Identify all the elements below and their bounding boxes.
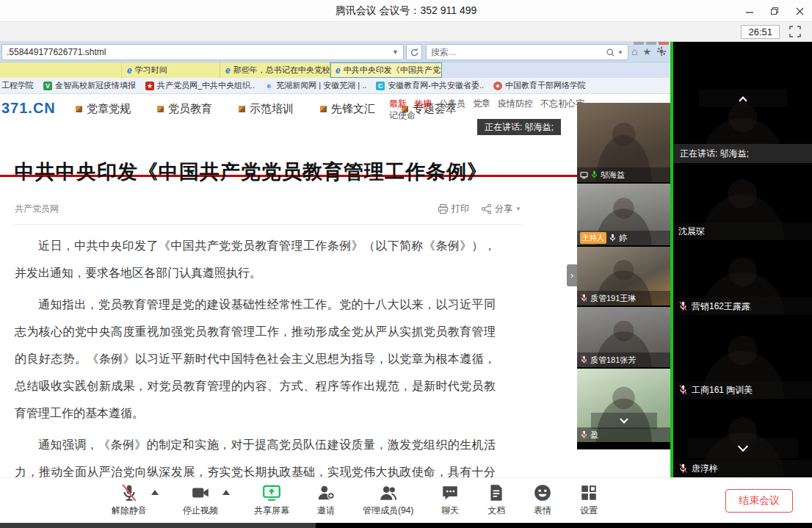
- chat-icon: [441, 483, 460, 502]
- gear-icon[interactable]: [656, 46, 667, 57]
- share-button[interactable]: 分享 ▼: [481, 203, 521, 215]
- unmute-button[interactable]: 解除静音: [112, 483, 147, 517]
- mic-muted-icon: [678, 301, 688, 311]
- video-tile[interactable]: 质管191王琳: [577, 247, 670, 307]
- end-meeting-button[interactable]: 结束会议: [725, 489, 793, 513]
- expand-panel-button[interactable]: [699, 90, 787, 107]
- video-tile[interactable]: 主持人 婷: [577, 184, 670, 247]
- nav-bullet-icon: [239, 106, 245, 112]
- bookmark-item[interactable]: V金智高校新冠疫情填报: [43, 80, 136, 91]
- search-icon[interactable]: [606, 48, 615, 57]
- stop-video-button[interactable]: 停止视频: [183, 483, 218, 517]
- flag-icon: ★: [145, 82, 154, 90]
- video-panel: 正在讲话: 邬海益; 沈晨琛 营销162王露露 工商161 陶训美 唐淳梓: [673, 42, 812, 477]
- printer-icon: [438, 203, 449, 214]
- refresh-button[interactable]: [406, 44, 422, 60]
- keyword-link[interactable]: 疫情防控: [498, 98, 533, 109]
- search-input[interactable]: [431, 47, 606, 57]
- mic-muted-icon: [580, 355, 588, 364]
- participant-name: 邬海益: [601, 170, 625, 181]
- site-nav: 371.CN 党章党规 党员教育 示范培训 先锋文汇 专题荟萃 最新热搜公务员党…: [0, 94, 670, 125]
- share-screen-button[interactable]: 共享屏幕: [254, 483, 289, 517]
- nav-item[interactable]: 先锋文汇: [320, 102, 375, 116]
- paragraph: 近日，中共中央印发了《中国共产党党员教育管理工作条例》（以下简称《条例》），并发…: [15, 232, 496, 286]
- tab-study-time[interactable]: e 学习时间: [122, 62, 220, 78]
- ie-page-icon: e: [336, 65, 341, 76]
- print-button[interactable]: 打印: [438, 203, 469, 215]
- strip-scroll-arrow[interactable]: ›: [567, 264, 577, 286]
- docs-button[interactable]: 文档: [487, 483, 506, 517]
- video-options-caret[interactable]: [222, 490, 230, 495]
- collapse-panel-button[interactable]: [688, 438, 798, 458]
- bookmark-item[interactable]: e芜湖新闻网 | 安徽芜湖 | ..: [264, 80, 366, 91]
- taskbar-strip: [0, 523, 812, 528]
- chat-button[interactable]: 聊天: [441, 483, 460, 517]
- video-tile[interactable]: 营销162王露露: [673, 243, 812, 317]
- video-tile[interactable]: 工商161 陶训美: [673, 318, 812, 400]
- keyword-link[interactable]: 党章: [473, 98, 490, 109]
- url-field[interactable]: .558449177626771.shtml ▼: [1, 44, 404, 60]
- collapse-strip-button[interactable]: [591, 413, 657, 429]
- tab-article-active[interactable]: e 中共中央印发《中国共产党.. ×: [330, 62, 442, 78]
- bookmarks-bar: 工程学院 V金智高校新冠疫情填报 ★共产党员网_中共中央组织.. e芜湖新闻网 …: [0, 78, 670, 94]
- video-tile[interactable]: 邬海益: [577, 103, 670, 184]
- speaking-banner: 正在讲话: 邬海益;: [673, 144, 812, 163]
- favorites-star-icon[interactable]: ★: [642, 46, 651, 57]
- smiley-icon: [533, 483, 552, 502]
- settings-button[interactable]: 设置: [579, 483, 598, 517]
- participant-name: 工商161 陶训美: [692, 384, 753, 397]
- video-tile[interactable]: 盈: [577, 369, 670, 442]
- bookmark-item[interactable]: ★共产党员网_中共中央组织..: [145, 80, 255, 91]
- captured-video-strip: 邬海益 主持人 婷 质管191王琳: [577, 103, 670, 449]
- participant-name: 营销162王露露: [692, 300, 750, 313]
- camera-icon: [191, 483, 210, 502]
- article-title: 中共中央印发《中国共产党党员教育管理工作条例》: [15, 159, 558, 185]
- v-icon: V: [43, 82, 52, 90]
- mic-muted-icon: [678, 385, 688, 395]
- bookmark-item[interactable]: 工程学院: [1, 80, 34, 91]
- bookmark-item[interactable]: ●中国教育干部网络学院: [493, 80, 586, 91]
- meeting-title: 腾讯会议 会议号：352 911 499: [0, 4, 812, 18]
- keyword-link[interactable]: 公务员: [439, 98, 465, 109]
- participant-name: 质管191王琳: [590, 293, 636, 304]
- mic-muted-icon: [678, 463, 688, 474]
- screen-share-mini-icon: [580, 171, 588, 179]
- manage-members-button[interactable]: 管理成员(94): [363, 483, 413, 517]
- hot-keywords: 最新热搜公务员党章疫情防控不忘初心牢记使命: [389, 98, 589, 121]
- keyword-link[interactable]: 最新: [389, 98, 407, 109]
- home-icon[interactable]: ⌂: [631, 46, 637, 57]
- nav-item[interactable]: 党章党规: [76, 102, 131, 116]
- video-tile[interactable]: 沈晨琛: [673, 163, 812, 242]
- fullscreen-icon[interactable]: [789, 25, 802, 38]
- bookmark-item[interactable]: C安徽教育网-中共安徽省委..: [376, 80, 484, 91]
- paragraph: 通知指出，党员教育管理是党的建设基础性经常性工作。党的十八大以来，以习近平同志为…: [15, 291, 496, 427]
- keyword-link[interactable]: 热搜: [414, 98, 432, 109]
- tencent-meeting-window: 腾讯会议 会议号：352 911 499 26:51 .558449177626…: [0, 0, 812, 528]
- mic-on-icon: [609, 234, 617, 242]
- screen-share-icon: [262, 483, 281, 502]
- ie-page-icon: e: [127, 65, 132, 76]
- restore-icon[interactable]: [769, 6, 780, 16]
- nav-item[interactable]: 示范培训: [239, 102, 294, 116]
- ie-page-icon: e: [225, 65, 231, 76]
- video-tile[interactable]: 唐淳梓: [673, 402, 812, 477]
- search-box[interactable]: ▼: [426, 44, 628, 60]
- e-icon: e: [264, 82, 273, 90]
- members-icon: [379, 483, 398, 502]
- site-logo[interactable]: 371.CN: [1, 100, 56, 117]
- mic-on-icon: [590, 170, 598, 179]
- close-icon[interactable]: [794, 6, 805, 16]
- url-text: .558449177626771.shtml: [7, 47, 106, 57]
- nav-item[interactable]: 党员教育: [157, 102, 212, 116]
- video-tile[interactable]: 质管181张芳: [577, 307, 670, 369]
- participant-name: 盈: [590, 430, 598, 441]
- invite-button[interactable]: 邀请: [316, 483, 336, 517]
- ie-window-controls[interactable]: [634, 42, 669, 45]
- mic-options-caret[interactable]: [151, 490, 159, 495]
- article-source: 共产党员网: [15, 203, 59, 215]
- url-dropdown-icon[interactable]: ▼: [392, 48, 399, 56]
- minimize-icon[interactable]: [744, 6, 755, 16]
- tab-those-years[interactable]: e 那些年，总书记在中央党校开..: [220, 62, 330, 78]
- emoji-button[interactable]: 表情: [533, 483, 552, 517]
- search-dropdown-icon[interactable]: ▼: [617, 49, 623, 56]
